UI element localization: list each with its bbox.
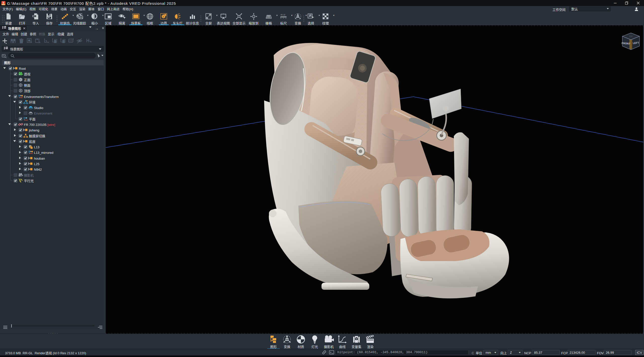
svg-text:PRO: PRO [2, 4, 5, 5]
svg-text:CPU: CPU [79, 17, 83, 19]
svg-text:A/b: A/b [69, 40, 72, 42]
svg-text:P: P [19, 74, 20, 75]
svg-text:0 1 2: 0 1 2 [281, 14, 285, 16]
svg-text:V: V [3, 1, 4, 4]
svg-text:LEFT: LEFT [633, 41, 639, 45]
svg-text:TOP: TOP [629, 35, 633, 38]
